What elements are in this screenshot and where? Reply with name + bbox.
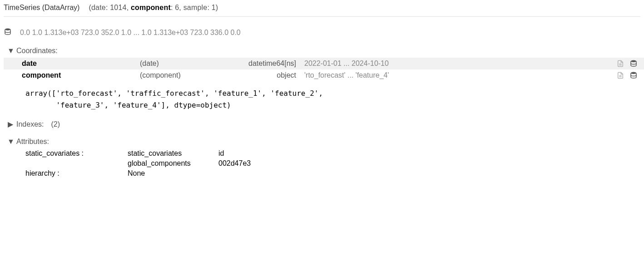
document-icon[interactable] xyxy=(617,59,624,68)
dims-summary: (date: 1014, component: 6, sample: 1) xyxy=(89,4,218,12)
data-preview-row: 0.0 1.0 1.313e+03 723.0 352.0 1.0 ... 1.… xyxy=(4,26,640,38)
attributes-disclosure[interactable]: ▼ Attributes: xyxy=(7,138,640,146)
coordinates-label: Coordinates: xyxy=(16,47,58,55)
indexes-disclosure[interactable]: ▶ Indexes: (2) xyxy=(7,120,640,128)
database-icon[interactable] xyxy=(629,59,638,68)
coord-values-preview: 'rto_forecast' ... 'feature_4' xyxy=(304,71,617,79)
attr-key: hierarchy : xyxy=(25,169,128,178)
attr-col2: 002d47e3 xyxy=(218,159,640,168)
coord-dtype: object xyxy=(215,71,304,79)
attr-row-static-covariates: static_covariates : static_covariates id xyxy=(7,148,640,158)
caret-down-icon: ▼ xyxy=(7,138,14,146)
coord-name: component xyxy=(22,71,140,79)
attr-col1: static_covariates xyxy=(128,149,218,158)
coord-row-component: component (component) object 'rto_foreca… xyxy=(4,69,644,81)
attr-col1: global_components xyxy=(128,159,218,168)
svg-point-3 xyxy=(631,60,636,63)
indexes-count: (2) xyxy=(51,120,60,128)
coord-row-date: date (date) datetime64[ns] 2022-01-01 ..… xyxy=(4,58,644,69)
svg-point-6 xyxy=(631,72,636,74)
coord-dim: (date) xyxy=(140,59,215,68)
component-array-repr: array(['rto_forecast', 'traffic_forecast… xyxy=(7,81,640,111)
attr-col2: id xyxy=(218,149,640,158)
svg-point-0 xyxy=(5,29,10,31)
indexes-label: Indexes: xyxy=(16,120,44,128)
coord-name: date xyxy=(22,59,140,68)
attr-row-hierarchy: hierarchy : None xyxy=(7,168,640,178)
database-icon[interactable] xyxy=(4,28,12,38)
object-title: TimeSeries (DataArray) xyxy=(4,4,79,12)
caret-down-icon: ▼ xyxy=(7,47,14,55)
attr-row-static-covariates-cont: global_components 002d47e3 xyxy=(7,158,640,168)
caret-right-icon: ▶ xyxy=(7,120,14,128)
document-icon[interactable] xyxy=(617,71,624,79)
coord-dtype: datetime64[ns] xyxy=(215,59,304,68)
coord-values-preview: 2022-01-01 ... 2024-10-10 xyxy=(304,59,617,68)
attr-value: None xyxy=(128,169,218,178)
database-icon[interactable] xyxy=(629,71,638,79)
attr-key: static_covariates : xyxy=(25,149,128,158)
attributes-label: Attributes: xyxy=(16,138,49,146)
coordinates-disclosure[interactable]: ▼ Coordinates: xyxy=(7,47,640,55)
dataarray-header: TimeSeries (DataArray) (date: 1014, comp… xyxy=(4,4,640,17)
data-preview-values: 0.0 1.0 1.313e+03 723.0 352.0 1.0 ... 1.… xyxy=(20,29,241,37)
coord-dim: (component) xyxy=(140,71,215,79)
